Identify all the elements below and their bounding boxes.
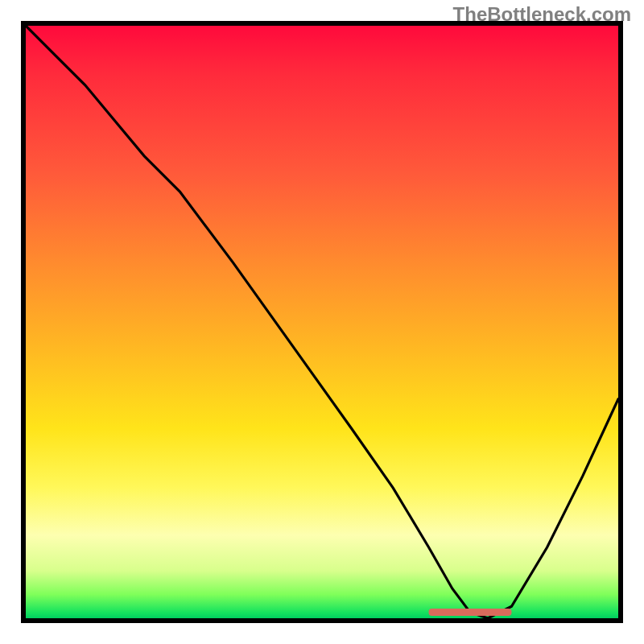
performance-gradient [26,26,618,618]
plot-area [21,21,623,623]
optimal-range-marker [428,609,511,616]
watermark-text: TheBottleneck.com [453,3,631,26]
chart-stage: TheBottleneck.com [0,0,644,644]
